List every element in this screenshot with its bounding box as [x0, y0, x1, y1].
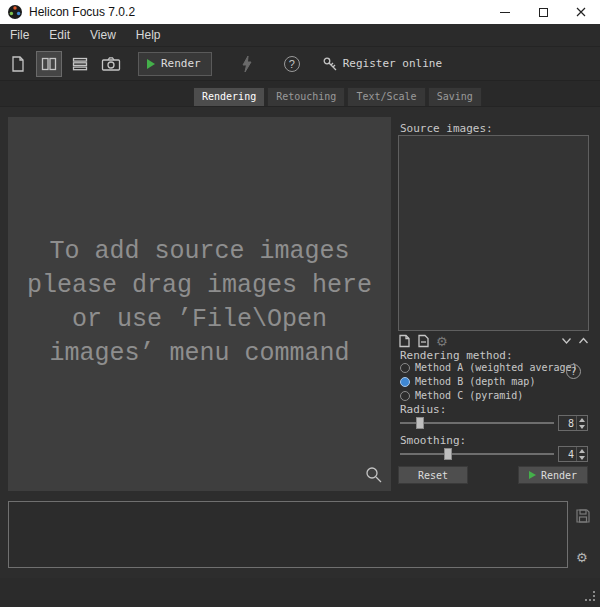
radius-slider[interactable]: [400, 415, 554, 431]
key-icon: [322, 56, 338, 72]
method-b-label: Method B (depth map): [415, 376, 535, 387]
render-button[interactable]: Render: [518, 466, 588, 484]
app-window: Helicon Focus 7.0.2 File Edit View Help: [0, 0, 600, 607]
smoothing-spinner: 4: [558, 446, 588, 462]
smoothing-slider-track: [400, 453, 554, 455]
menubar: File Edit View Help: [0, 24, 600, 47]
help-button[interactable]: ?: [284, 56, 300, 72]
output-settings-icon[interactable]: ⚙: [576, 551, 588, 564]
close-icon: [576, 7, 586, 17]
move-up-icon[interactable]: [578, 337, 589, 345]
source-images-list[interactable]: [398, 135, 589, 331]
add-images-icon[interactable]: [398, 334, 411, 348]
tab-text-scale[interactable]: Text/Scale: [347, 87, 425, 106]
view-list-button[interactable]: [67, 51, 93, 77]
tab-saving[interactable]: Saving: [428, 87, 482, 106]
split-view-icon: [40, 55, 58, 73]
smoothing-decrement-button[interactable]: [577, 454, 587, 461]
play-icon: [147, 59, 155, 69]
output-list[interactable]: [8, 501, 568, 568]
reset-button[interactable]: Reset: [398, 466, 468, 484]
titlebar[interactable]: Helicon Focus 7.0.2: [0, 0, 600, 24]
close-button[interactable]: [562, 0, 600, 24]
camera-icon: [101, 55, 121, 73]
smoothing-row: 4: [400, 446, 588, 462]
radius-spin-arrows: [576, 416, 587, 430]
method-c-label: Method C (pyramid): [415, 390, 523, 401]
method-c-radio-icon: [400, 391, 410, 401]
tab-retouching-label: Retouching: [276, 91, 336, 102]
radius-row: 8: [400, 415, 588, 431]
statusbar: [0, 578, 600, 607]
app-icon: [7, 4, 23, 20]
toolbar-render-button[interactable]: Render: [138, 52, 212, 76]
drop-hint-text: To add source images please drag images …: [8, 235, 391, 371]
open-images-button[interactable]: [5, 51, 31, 77]
image-viewport[interactable]: To add source images please drag images …: [8, 117, 391, 491]
method-c-option[interactable]: Method C (pyramid): [400, 390, 523, 401]
helicon-logo-icon: [7, 4, 23, 20]
open-images-icon: [9, 55, 27, 73]
list-settings-icon[interactable]: ⚙: [436, 335, 448, 348]
save-icon[interactable]: [575, 508, 591, 524]
register-online-button[interactable]: Register online: [322, 56, 442, 72]
radius-slider-handle[interactable]: [416, 417, 424, 429]
smoothing-spin-arrows: [576, 447, 587, 461]
tab-saving-label: Saving: [437, 91, 473, 102]
radius-spinner: 8: [558, 415, 588, 431]
lightning-icon: [240, 55, 254, 73]
menu-edit[interactable]: Edit: [39, 24, 80, 47]
smoothing-increment-button[interactable]: [577, 447, 587, 454]
method-a-option[interactable]: Method A (weighted average): [400, 362, 578, 373]
right-panel: Source images: ⚙ Rendering method: Metho…: [396, 117, 592, 491]
smoothing-slider[interactable]: [400, 446, 554, 462]
help-icon: ?: [289, 58, 295, 70]
toolbar-render-label: Render: [161, 57, 201, 70]
menu-file[interactable]: File: [0, 24, 39, 47]
panel-buttons: Reset Render: [398, 466, 589, 484]
register-online-label: Register online: [343, 57, 442, 70]
rendering-method-label: Rendering method:: [400, 349, 513, 362]
method-b-option[interactable]: Method B (depth map): [400, 376, 535, 387]
tab-band: Rendering Retouching Text/Scale Saving: [0, 80, 600, 107]
toolbar: Render ? Register online: [0, 47, 600, 80]
method-help-icon: ?: [570, 366, 576, 377]
render-button-label: Render: [541, 470, 577, 481]
tab-rendering-label: Rendering: [202, 91, 256, 102]
list-view-icon: [71, 55, 89, 73]
resize-grip[interactable]: [585, 591, 595, 601]
window-title: Helicon Focus 7.0.2: [29, 5, 486, 19]
maximize-button[interactable]: [524, 0, 562, 24]
source-images-label: Source images:: [400, 122, 493, 135]
method-a-radio-icon: [400, 363, 410, 373]
method-help-button[interactable]: ?: [566, 364, 581, 379]
tab-retouching[interactable]: Retouching: [267, 87, 345, 106]
radius-decrement-button[interactable]: [577, 423, 587, 430]
window-controls: [486, 0, 600, 24]
menu-help[interactable]: Help: [126, 24, 171, 47]
maximize-icon: [539, 8, 548, 17]
remove-image-icon[interactable]: [417, 334, 430, 348]
radius-value: 8: [559, 416, 576, 430]
smoothing-value: 4: [559, 447, 576, 461]
tab-text-scale-label: Text/Scale: [356, 91, 416, 102]
menu-view[interactable]: View: [80, 24, 126, 47]
method-b-radio-icon: [400, 377, 410, 387]
tab-rendering[interactable]: Rendering: [193, 87, 265, 106]
render-play-icon: [529, 471, 536, 479]
radius-increment-button[interactable]: [577, 416, 587, 423]
minimize-button[interactable]: [486, 0, 524, 24]
tab-strip: Rendering Retouching Text/Scale Saving: [193, 87, 482, 106]
flash-button[interactable]: [234, 51, 260, 77]
source-list-toolbar: ⚙: [398, 334, 589, 348]
zoom-icon[interactable]: [365, 466, 382, 483]
move-down-icon[interactable]: [561, 337, 572, 345]
minimize-icon: [500, 12, 510, 13]
reset-button-label: Reset: [418, 470, 448, 481]
smoothing-slider-handle[interactable]: [444, 448, 452, 460]
view-split-button[interactable]: [36, 51, 62, 77]
camera-button[interactable]: [98, 51, 124, 77]
method-a-label: Method A (weighted average): [415, 362, 578, 373]
